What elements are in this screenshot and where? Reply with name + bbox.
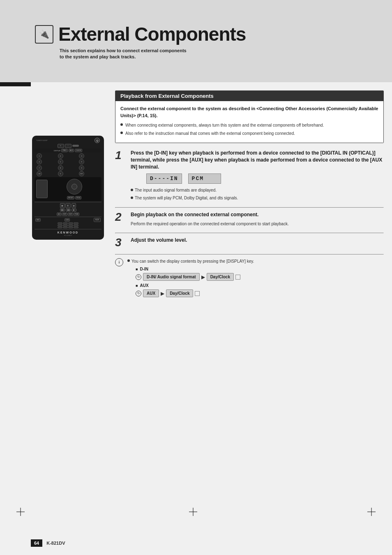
rc-volume-knob[interactable] [36, 180, 48, 198]
flow-din-row: ↻ D-IN/ Audio signal format ▶ Day/Clock [136, 273, 254, 281]
rc-num-6[interactable]: 6 [79, 159, 84, 164]
rc-num-0[interactable]: 0 [58, 171, 63, 176]
remote-control: TUNER SLEEP ⏻ + - DISPLAY PREV AUX CLOCK… [32, 136, 104, 240]
rc-btn-mute[interactable] [72, 145, 79, 147]
footer: 64 K-821DV [31, 539, 384, 547]
rc-divider-3 [35, 229, 101, 229]
rc-num-enter[interactable]: ENT [79, 171, 84, 176]
rc-num-7[interactable]: 7 [37, 165, 42, 171]
section-header: Playback from External Components [115, 91, 383, 101]
rc-nav-center[interactable] [71, 184, 77, 190]
step-3-content: Adjust the volume level. [131, 237, 384, 246]
section-body: Connect the external component to the sy… [115, 101, 383, 143]
rc-btn-repeat[interactable]: REP [62, 213, 67, 216]
rc-btn-r3[interactable] [68, 222, 73, 224]
flow-din-section: ■ D-IN ↻ D-IN/ Audio signal format ▶ Day… [136, 267, 254, 281]
rc-btn-setup[interactable]: SETUP [67, 196, 74, 199]
bullet-item-1: When connecting external components, alw… [120, 122, 378, 128]
rc-btn-prev[interactable]: PREV [61, 149, 68, 152]
rc-btn-aux[interactable]: AUX [69, 149, 74, 152]
rc-btn-r8[interactable] [74, 224, 78, 226]
rc-btn-shift[interactable]: SRC [35, 218, 41, 222]
rc-num-clear[interactable]: CLR [37, 171, 42, 176]
note-main-text: You can switch the display contents by p… [131, 258, 254, 264]
rc-btn-plus[interactable]: + [58, 144, 64, 148]
step-2-number: 2 [115, 211, 127, 223]
rc-num-3[interactable]: 3 [79, 153, 84, 159]
rc-btn-r11[interactable] [68, 227, 73, 228]
step-2: 2 Begin playback on the connected extern… [115, 211, 384, 227]
rc-num-5[interactable]: 5 [58, 159, 63, 164]
step-1-number: 1 [115, 150, 127, 161]
rc-btn-skip[interactable]: ▶| [71, 208, 76, 212]
flow-aux-label: AUX [140, 283, 148, 288]
title-row: 🔌 External Components [35, 25, 384, 44]
note-bullet: You can switch the display contents by p… [127, 258, 254, 264]
rc-btn-aux2[interactable]: AUX [94, 218, 101, 222]
bullet-text-1: When connecting external components, alw… [125, 122, 324, 128]
rc-num-9[interactable]: 9 [79, 165, 84, 171]
flow-arrow-circle-1: ↻ [136, 274, 141, 280]
note-row: i You can switch the display contents by… [115, 258, 384, 300]
rc-btn-clock[interactable]: CLOCK [75, 149, 82, 152]
rc-num-8[interactable]: 8 [58, 165, 63, 171]
rc-btn-din[interactable]: D-IN [65, 218, 70, 222]
flow-aux-label-row: ■ AUX [136, 283, 254, 288]
rc-btn-r9[interactable] [58, 227, 62, 228]
rc-btn-rew[interactable]: ◀◀ [66, 208, 71, 212]
note-2: The system will play PCM, Dolby Digital,… [131, 195, 384, 201]
subtitle-line1: This section explains how to connect ext… [60, 48, 187, 53]
step-3-title: Adjust the volume level. [131, 237, 384, 244]
rc-btn-r1[interactable] [58, 222, 62, 224]
rc-power-button[interactable]: ⏻ [95, 138, 100, 143]
step-3: 3 Adjust the volume level. [115, 237, 384, 248]
content-right: Playback from External Components Connec… [115, 90, 384, 303]
rc-btn-ff[interactable]: ▶▶ [60, 208, 65, 212]
rc-divider-2 [35, 217, 101, 217]
flow-aux-end-box [195, 291, 200, 296]
rc-btn-r4[interactable] [74, 222, 78, 224]
step-1: 1 Press the [D-IN] key when playback is … [115, 150, 384, 201]
intro-text: Connect the external component to the sy… [120, 105, 378, 119]
rc-btn-r6[interactable] [63, 224, 68, 226]
flow-aux-box2: Day/Clock [166, 289, 193, 297]
step-divider-2 [115, 233, 384, 234]
rc-num-1[interactable]: 1 [37, 153, 42, 159]
rc-btn-title[interactable]: TITLE [75, 196, 82, 199]
rc-btn-play[interactable]: ▶ [60, 203, 65, 208]
rc-numpad: 1 2 3 4 5 6 7 8 9 CLR 0 ENT [35, 153, 101, 177]
rc-btn-prog[interactable]: PGM [74, 213, 79, 216]
flow-aux-square: ■ [136, 284, 138, 288]
display-notes: The input audio signal formats are displ… [131, 187, 384, 201]
rc-btn-r12[interactable] [74, 227, 78, 228]
flow-arrow-circle-2: ↻ [136, 291, 141, 296]
rc-btn-ab[interactable]: A-B [57, 213, 62, 216]
rc-num-4[interactable]: 4 [37, 159, 42, 164]
page: 🔌 External Components This section expla… [0, 0, 392, 555]
rc-btn-r5[interactable] [58, 224, 62, 226]
page-number: 64 [31, 539, 42, 547]
rc-num-2[interactable]: 2 [58, 153, 63, 159]
rc-label-tuner: TUNER SLEEP [36, 139, 48, 141]
rc-volume-section: SETUP TITLE [35, 177, 101, 201]
bullet-dot-1 [120, 123, 123, 126]
step-3-number: 3 [115, 237, 127, 248]
flow-din-box1: D-IN/ Audio signal format [143, 273, 200, 281]
remote-column: TUNER SLEEP ⏻ + - DISPLAY PREV AUX CLOCK… [32, 136, 112, 240]
rc-btn-r10[interactable] [63, 227, 68, 228]
rc-btn-stop[interactable]: ■ [71, 203, 76, 208]
rc-nav-ring[interactable] [67, 179, 82, 194]
bullet-item-2: Also refer to the instruction manual tha… [120, 130, 378, 136]
title-icon: 🔌 [35, 25, 53, 44]
rc-btn-r2[interactable] [63, 222, 68, 224]
step-1-content: Press the [D-IN] key when playback is pe… [131, 150, 384, 201]
rc-transport-row: ▶ ⏸ ■ [35, 203, 101, 208]
rc-btn-minus[interactable]: - [65, 144, 71, 148]
header-area: 🔌 External Components This section expla… [0, 0, 392, 82]
rc-display-label: DISPLAY [54, 150, 61, 152]
kenwood-logo: KENWOOD [35, 230, 101, 235]
rc-btn-pause[interactable]: ⏸ [65, 203, 71, 208]
flow-din-end-box [235, 275, 240, 280]
rc-btn-shuffle[interactable]: SHF [68, 213, 73, 216]
rc-btn-r7[interactable] [68, 224, 73, 226]
